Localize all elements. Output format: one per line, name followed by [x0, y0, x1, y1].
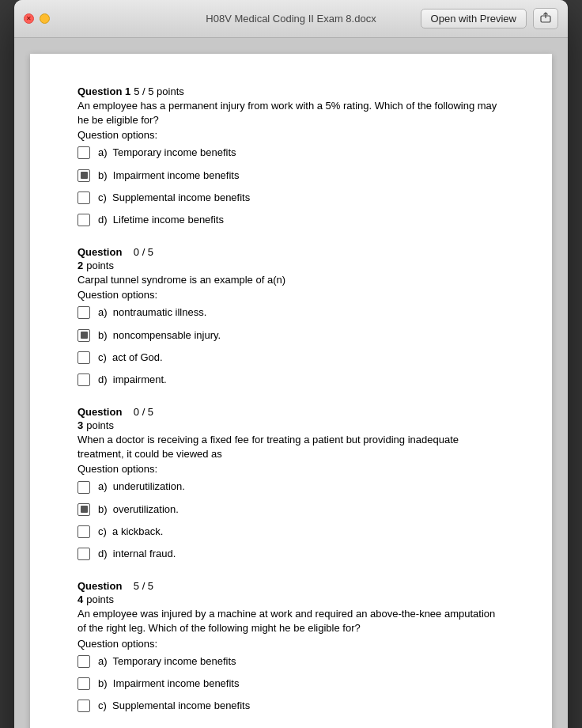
question-2-option-a[interactable]: a) nontraumatic illness.	[77, 305, 505, 320]
option-3c-text: c) a kickback.	[98, 525, 163, 539]
question-2: Question 0 / 5 2 points Carpal tunnel sy…	[77, 246, 505, 387]
option-4b-text: b) Impairment income benefits	[98, 677, 239, 691]
window-controls: ✕	[24, 13, 50, 24]
checkbox-2b[interactable]	[77, 329, 90, 342]
close-button[interactable]: ✕	[24, 13, 34, 24]
question-4-option-c[interactable]: c) Supplemental income benefits	[77, 699, 505, 713]
question-2-points2: points	[86, 260, 114, 271]
app-window: ✕ H08V Medical Coding II Exam 8.docx Ope…	[14, 0, 568, 728]
question-2-points: 0 / 5	[134, 246, 153, 258]
option-4a-text: a) Temporary income benefits	[98, 654, 236, 669]
question-3-text: When a doctor is receiving a fixed fee f…	[77, 433, 505, 461]
checkbox-1a[interactable]	[77, 146, 90, 159]
checkbox-1b[interactable]	[77, 169, 90, 182]
option-2c-text: c) act of God.	[98, 351, 163, 365]
question-3-option-c[interactable]: c) a kickback.	[77, 525, 505, 539]
question-4-label: Question	[77, 580, 134, 592]
share-icon	[540, 12, 551, 23]
question-1-text: An employee has a permanent injury from …	[77, 99, 505, 127]
option-3b-text: b) overutilization.	[98, 502, 179, 517]
checkbox-4c[interactable]	[77, 700, 90, 712]
question-1-label: Question 1	[77, 85, 130, 97]
question-3-points: 0 / 5	[134, 406, 153, 418]
checkbox-3a[interactable]	[77, 481, 90, 494]
checkbox-2a[interactable]	[77, 306, 90, 319]
question-3: Question 0 / 5 3 points When a doctor is…	[77, 406, 505, 561]
question-3-option-b[interactable]: b) overutilization.	[77, 502, 505, 517]
titlebar-actions: Open with Preview	[421, 8, 558, 29]
checkbox-3d[interactable]	[77, 548, 90, 560]
question-1-option-b[interactable]: b) Impairment income benefits	[77, 169, 505, 183]
option-4c-text: c) Supplemental income benefits	[98, 699, 250, 713]
question-3-number: 3	[77, 419, 83, 431]
question-2-number: 2	[77, 260, 83, 271]
option-2b-text: b) noncompensable injury.	[98, 328, 221, 343]
minimize-button[interactable]	[40, 13, 50, 24]
window-title: H08V Medical Coding II Exam 8.docx	[206, 13, 376, 25]
question-2-options-label: Question options:	[77, 289, 505, 301]
titlebar: ✕ H08V Medical Coding II Exam 8.docx Ope…	[14, 0, 568, 38]
question-4-points2: points	[86, 593, 114, 605]
question-2-text: Carpal tunnel syndrome is an example of …	[77, 273, 505, 287]
question-4-points: 5 / 5	[134, 580, 153, 592]
question-1: Question 1 5 / 5 points An employee has …	[77, 85, 505, 227]
option-2a-text: a) nontraumatic illness.	[98, 305, 206, 320]
checkbox-3c[interactable]	[77, 525, 90, 538]
question-4-options-label: Question options:	[77, 638, 505, 650]
question-3-option-a[interactable]: a) underutilization.	[77, 480, 505, 494]
question-2-option-b[interactable]: b) noncompensable injury.	[77, 328, 505, 343]
question-4-option-a[interactable]: a) Temporary income benefits	[77, 654, 505, 669]
question-3-label: Question	[77, 406, 134, 418]
question-4-text: An employee was injured by a machine at …	[77, 607, 505, 635]
question-1-option-d[interactable]: d) Lifetime income benefits	[77, 213, 505, 227]
question-1-option-c[interactable]: c) Supplemental income benefits	[77, 191, 505, 205]
question-1-options-label: Question options:	[77, 129, 505, 141]
checkbox-1d[interactable]	[77, 214, 90, 226]
question-2-option-d[interactable]: d) impairment.	[77, 373, 505, 387]
question-1-points: 5 / 5 points	[134, 85, 184, 97]
question-2-option-c[interactable]: c) act of God.	[77, 351, 505, 365]
checkbox-4a[interactable]	[77, 655, 90, 668]
question-3-options-label: Question options:	[77, 463, 505, 475]
question-1-option-a[interactable]: a) Temporary income benefits	[77, 146, 505, 160]
question-4-option-b[interactable]: b) Impairment income benefits	[77, 677, 505, 691]
question-3-option-d[interactable]: d) internal fraud.	[77, 547, 505, 561]
question-3-points2: points	[86, 419, 114, 431]
content-area: Question 1 5 / 5 points An employee has …	[14, 38, 568, 728]
option-1a-text: a) Temporary income benefits	[98, 146, 236, 160]
option-1b-text: b) Impairment income benefits	[98, 169, 239, 183]
checkbox-4b[interactable]	[77, 677, 90, 690]
document-page: Question 1 5 / 5 points An employee has …	[30, 54, 552, 728]
open-preview-button[interactable]: Open with Preview	[421, 9, 527, 28]
question-4: Question 5 / 5 4 points An employee was …	[77, 580, 505, 713]
checkbox-1c[interactable]	[77, 191, 90, 204]
option-1d-text: d) Lifetime income benefits	[98, 213, 224, 227]
checkbox-2c[interactable]	[77, 351, 90, 364]
checkbox-2d[interactable]	[77, 373, 90, 386]
option-3a-text: a) underutilization.	[98, 480, 185, 494]
option-3d-text: d) internal fraud.	[98, 547, 176, 561]
share-button[interactable]	[533, 8, 558, 29]
option-1c-text: c) Supplemental income benefits	[98, 191, 250, 205]
question-2-label: Question	[77, 246, 134, 258]
question-4-number: 4	[77, 593, 83, 605]
checkbox-3b[interactable]	[77, 503, 90, 516]
option-2d-text: d) impairment.	[98, 373, 167, 387]
